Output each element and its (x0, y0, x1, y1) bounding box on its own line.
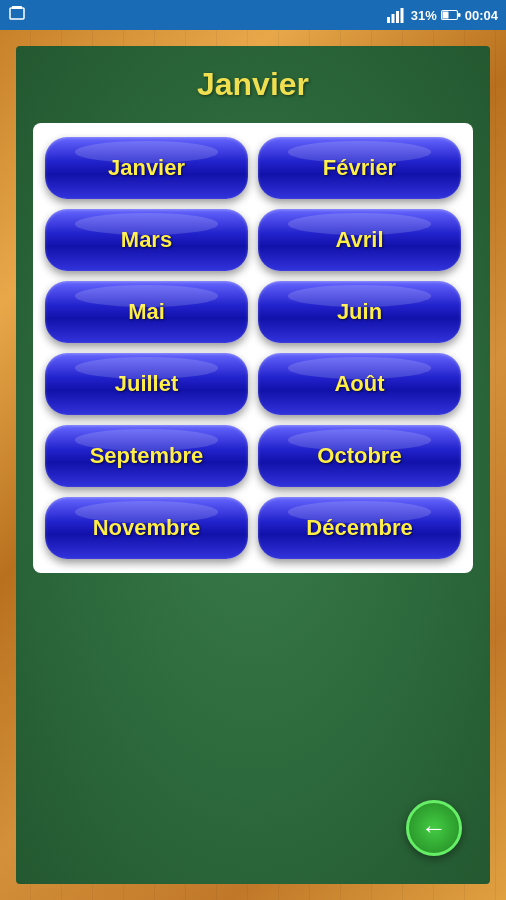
month-button-juillet[interactable]: Juillet (45, 353, 248, 415)
status-bar: 31% 00:04 (0, 0, 506, 30)
battery-icon (441, 9, 461, 21)
month-button-mai[interactable]: Mai (45, 281, 248, 343)
months-container: JanvierFévrierMarsAvrilMaiJuinJuilletAoû… (33, 123, 473, 573)
time-text: 00:04 (465, 8, 498, 23)
svg-rect-1 (12, 6, 22, 9)
month-button-decembre[interactable]: Décembre (258, 497, 461, 559)
signal-icon (387, 7, 407, 23)
month-button-octobre[interactable]: Octobre (258, 425, 461, 487)
svg-rect-0 (10, 8, 24, 19)
month-button-fevrier[interactable]: Février (258, 137, 461, 199)
month-button-juin[interactable]: Juin (258, 281, 461, 343)
month-button-janvier[interactable]: Janvier (45, 137, 248, 199)
status-bar-right: 31% 00:04 (387, 7, 498, 23)
wood-frame: Janvier JanvierFévrierMarsAvrilMaiJuinJu… (0, 30, 506, 900)
month-button-aout[interactable]: Août (258, 353, 461, 415)
svg-rect-7 (458, 13, 461, 17)
month-button-novembre[interactable]: Novembre (45, 497, 248, 559)
svg-rect-2 (387, 17, 390, 23)
status-bar-icon (8, 4, 26, 26)
chalkboard: Janvier JanvierFévrierMarsAvrilMaiJuinJu… (16, 46, 490, 884)
back-arrow-icon: ← (421, 815, 447, 841)
month-button-septembre[interactable]: Septembre (45, 425, 248, 487)
month-button-avril[interactable]: Avril (258, 209, 461, 271)
page-title: Janvier (197, 66, 309, 103)
battery-text: 31% (411, 8, 437, 23)
back-button[interactable]: ← (406, 800, 462, 856)
month-button-mars[interactable]: Mars (45, 209, 248, 271)
svg-rect-5 (400, 8, 403, 23)
svg-rect-8 (442, 12, 448, 19)
svg-rect-3 (391, 14, 394, 23)
svg-rect-4 (396, 11, 399, 23)
months-grid: JanvierFévrierMarsAvrilMaiJuinJuilletAoû… (45, 137, 461, 559)
